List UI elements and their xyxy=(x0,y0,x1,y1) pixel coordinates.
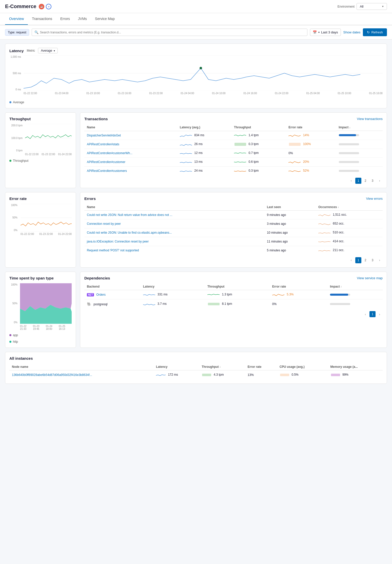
err-occ-3: 414 occ. xyxy=(333,239,344,243)
err-page-2[interactable]: 2 xyxy=(362,257,368,263)
show-dates-link[interactable]: Show dates xyxy=(343,30,361,34)
dep-page-1[interactable]: 1 xyxy=(369,311,376,317)
tab-errors[interactable]: Errors xyxy=(56,13,74,25)
tab-jvms[interactable]: JVMs xyxy=(74,13,91,25)
tx-latency-2: 12 ms xyxy=(194,151,203,155)
tx-error-3: 20% xyxy=(303,160,309,164)
page-2-btn[interactable]: 2 xyxy=(362,178,368,184)
latency-x-10: 01-25 10:00 xyxy=(338,92,351,95)
tx-throughput-4: 0.3 tpm xyxy=(248,169,259,172)
errors-pagination: ‹ 1 2 3 › xyxy=(84,257,383,263)
date-range-selector[interactable]: 📅 ▾ Last 3 days xyxy=(310,29,341,36)
dep-row-1: 🐘 postgresql 3.7 ms 8.1 tpm 0% xyxy=(84,299,383,309)
throughput-chart xyxy=(25,124,72,152)
er-y-0: 0% xyxy=(9,229,17,232)
http-legend-dot xyxy=(9,341,11,343)
err-link-4[interactable]: Request method 'POST' not supported xyxy=(87,249,139,252)
prev-page-icon[interactable]: ‹ xyxy=(348,178,354,184)
svg-point-3 xyxy=(200,67,202,69)
view-errors-link[interactable]: View errors xyxy=(366,197,383,200)
dependencies-card: Dependencies View service map Backend La… xyxy=(80,272,387,348)
occ-sort-icon: ↓ xyxy=(338,206,339,208)
inst-link-0[interactable]: 136b640b0ff89028abe6b54d87d06a950d32f416… xyxy=(12,373,92,377)
tx-error-1: 100% xyxy=(303,142,311,146)
err-lastseen-4: 5 minutes ago xyxy=(267,249,286,252)
err-link-3[interactable]: java.io.IOException: Connection reset by… xyxy=(87,240,149,243)
error-rate-card: Error rate 100% 50% 0% 01-22 22:00 xyxy=(5,192,76,268)
kubernetes-icon[interactable]: ⎈ xyxy=(46,4,51,9)
instance-row-0: 136b640b0ff89028abe6b54d87d06a950d32f416… xyxy=(9,370,383,380)
col-error-rate: Error rate xyxy=(286,124,336,131)
tx-link-2[interactable]: APIRestController#customerWh... xyxy=(87,151,132,155)
dep-link-1[interactable]: postgresql xyxy=(93,303,107,306)
http-legend-label: http xyxy=(13,340,18,344)
inst-throughput-0: 4.3 tpm xyxy=(214,373,224,376)
transactions-title: Transactions xyxy=(84,117,108,121)
err-page-1[interactable]: 1 xyxy=(355,257,361,263)
err-col-last-seen: Last seen xyxy=(264,204,316,211)
col-latency: Latency (avg.) xyxy=(177,124,231,131)
tp-x-0: 01-22 22:00 xyxy=(25,153,38,156)
next-page-icon[interactable]: › xyxy=(377,178,383,184)
app-legend-label: app xyxy=(13,333,18,337)
tx-link-4[interactable]: APIRestController#customers xyxy=(87,169,127,173)
instances-table: Node name Latency Throughput ↓ Error rat… xyxy=(9,364,383,380)
dep-link-0[interactable]: Orders xyxy=(96,293,106,296)
err-link-1[interactable]: Connection reset by peer xyxy=(87,222,121,226)
err-next-icon[interactable]: › xyxy=(377,257,383,263)
tab-transactions[interactable]: Transactions xyxy=(28,13,56,25)
page-1-btn[interactable]: 1 xyxy=(355,178,361,184)
java-icon[interactable]: ☕ xyxy=(39,4,44,9)
col-throughput: Throughput xyxy=(231,124,286,131)
errors-card: Errors View errors Name Last seen Occurr… xyxy=(80,192,387,268)
dep-latency-0: 331 ms xyxy=(158,293,167,296)
all-instances-card: All instances Node name Latency Throughp… xyxy=(5,352,387,384)
tx-link-3[interactable]: APIRestController#customer xyxy=(87,160,125,164)
latency-x-1: 01-23 04:00 xyxy=(55,92,68,95)
dep-col-throughput: Throughput xyxy=(205,283,270,290)
err-occ-0: 1,511 occ. xyxy=(333,213,347,216)
view-transactions-link[interactable]: View transactions xyxy=(357,117,383,121)
env-selector[interactable]: Environment All ▾ xyxy=(338,3,387,10)
app-legend-dot xyxy=(9,334,11,336)
svg-rect-17 xyxy=(202,374,211,376)
tx-latency-3: 13 ms xyxy=(194,160,203,164)
er-y-100: 100% xyxy=(9,204,17,207)
err-prev-icon[interactable]: ‹ xyxy=(348,257,354,263)
tx-link-0[interactable]: DispatcherServlet#doGet xyxy=(87,134,121,137)
error-row-4: Request method 'POST' not supported 5 mi… xyxy=(84,246,383,255)
tx-error-4: 52% xyxy=(303,169,309,172)
page-3-btn[interactable]: 3 xyxy=(369,178,376,184)
tab-overview[interactable]: Overview xyxy=(5,13,28,25)
svg-rect-8 xyxy=(289,143,301,146)
svg-rect-19 xyxy=(331,374,340,376)
tp-x-2: 01-24 22:00 xyxy=(58,153,72,156)
svg-marker-15 xyxy=(20,283,72,311)
refresh-button[interactable]: ↻ Refresh xyxy=(363,28,387,36)
dep-next-icon[interactable]: › xyxy=(377,311,383,317)
err-page-3[interactable]: 3 xyxy=(369,257,376,263)
calendar-icon: 📅 xyxy=(313,30,317,34)
search-input[interactable] xyxy=(40,31,305,34)
dep-error-0: 5.3% xyxy=(287,293,293,296)
dep-prev-icon[interactable]: ‹ xyxy=(362,311,368,317)
errors-table: Name Last seen Occurrences ↓ Could not w… xyxy=(84,204,383,255)
metric-dropdown[interactable]: Average ▾ xyxy=(38,48,57,53)
type-request-badge[interactable]: Type: request xyxy=(5,29,29,36)
err-col-name: Name xyxy=(84,204,264,211)
deps-pagination: ‹ 1 › xyxy=(84,311,383,317)
err-link-0[interactable]: Could not write JSON: Null return value … xyxy=(87,213,172,217)
tab-service-map[interactable]: Service Map xyxy=(91,13,119,25)
err-link-2[interactable]: Could not write JSON: Unable to find co.… xyxy=(87,231,172,234)
latency-chart xyxy=(24,55,383,91)
tx-link-1[interactable]: APIRestController#stats xyxy=(87,143,119,146)
er-x-1: 01-23 22:00 xyxy=(39,233,53,235)
tx-throughput-0: 1.4 tpm xyxy=(248,133,259,137)
err-col-occurrences: Occurrences ↓ xyxy=(316,204,383,211)
transactions-pagination: ‹ 1 2 3 › xyxy=(84,178,383,184)
main-content: Latency Metric Average ▾ 1,000 ms 500 ms… xyxy=(0,39,392,388)
search-box[interactable]: 🔍 xyxy=(32,29,307,36)
view-service-map-link[interactable]: View service map xyxy=(357,276,383,280)
err-lastseen-2: 10 minutes ago xyxy=(267,231,288,234)
all-instances-title: All instances xyxy=(9,356,383,360)
